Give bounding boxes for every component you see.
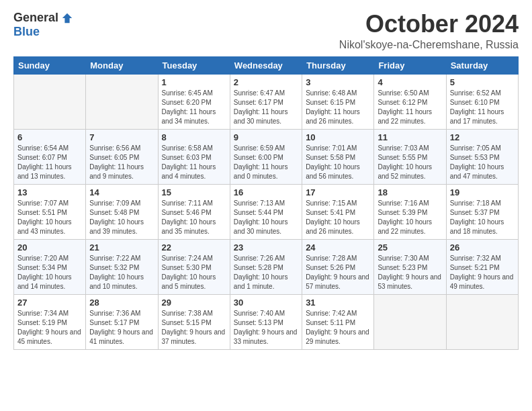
day-number: 7 [89, 132, 154, 142]
day-info: Sunrise: 6:48 AMSunset: 6:15 PMDaylight:… [306, 89, 370, 126]
day-info: Sunrise: 7:30 AMSunset: 5:23 PMDaylight:… [378, 254, 442, 291]
calendar-cell: 12Sunrise: 7:05 AMSunset: 5:53 PMDayligh… [446, 129, 518, 184]
calendar-week-row-4: 20Sunrise: 7:20 AMSunset: 5:34 PMDayligh… [14, 239, 519, 294]
day-info: Sunrise: 7:07 AMSunset: 5:51 PMDaylight:… [17, 199, 82, 236]
calendar-cell: 26Sunrise: 7:32 AMSunset: 5:21 PMDayligh… [446, 239, 518, 294]
calendar-cell: 24Sunrise: 7:28 AMSunset: 5:26 PMDayligh… [302, 239, 374, 294]
calendar-cell: 17Sunrise: 7:15 AMSunset: 5:41 PMDayligh… [302, 184, 374, 239]
day-number: 22 [162, 242, 226, 253]
calendar-cell [14, 74, 86, 129]
calendar-cell: 20Sunrise: 7:20 AMSunset: 5:34 PMDayligh… [14, 239, 86, 294]
calendar-cell: 11Sunrise: 7:03 AMSunset: 5:55 PMDayligh… [374, 129, 446, 184]
calendar-cell: 5Sunrise: 6:52 AMSunset: 6:10 PMDaylight… [446, 74, 518, 129]
month-title: October 2024 [339, 11, 519, 38]
calendar-cell: 25Sunrise: 7:30 AMSunset: 5:23 PMDayligh… [374, 239, 446, 294]
weekday-header-monday: Monday [86, 56, 158, 74]
day-info: Sunrise: 7:13 AMSunset: 5:44 PMDaylight:… [234, 199, 298, 236]
calendar-week-row-2: 6Sunrise: 6:54 AMSunset: 6:07 PMDaylight… [14, 129, 519, 184]
day-info: Sunrise: 7:38 AMSunset: 5:15 PMDaylight:… [162, 309, 226, 347]
calendar-cell: 15Sunrise: 7:11 AMSunset: 5:46 PMDayligh… [158, 184, 230, 239]
day-info: Sunrise: 6:45 AMSunset: 6:20 PMDaylight:… [162, 89, 226, 126]
day-number: 28 [89, 298, 154, 308]
day-info: Sunrise: 7:01 AMSunset: 5:58 PMDaylight:… [306, 144, 370, 181]
calendar-cell: 28Sunrise: 7:36 AMSunset: 5:17 PMDayligh… [86, 294, 158, 349]
calendar-cell: 4Sunrise: 6:50 AMSunset: 6:12 PMDaylight… [374, 74, 446, 129]
day-number: 16 [234, 187, 298, 197]
day-number: 26 [450, 242, 515, 253]
day-number: 31 [306, 298, 370, 308]
calendar-cell: 9Sunrise: 6:59 AMSunset: 6:00 PMDaylight… [230, 129, 302, 184]
weekday-header-wednesday: Wednesday [230, 56, 302, 74]
day-number: 29 [162, 298, 226, 308]
logo-icon [61, 12, 73, 24]
day-number: 21 [89, 242, 154, 253]
day-info: Sunrise: 7:09 AMSunset: 5:48 PMDaylight:… [89, 199, 154, 236]
page: General Blue October 2024 Nikol'skoye-na… [0, 0, 532, 411]
day-number: 17 [306, 187, 370, 197]
day-info: Sunrise: 6:50 AMSunset: 6:12 PMDaylight:… [378, 89, 442, 126]
day-info: Sunrise: 6:47 AMSunset: 6:17 PMDaylight:… [234, 89, 298, 126]
day-number: 12 [450, 132, 515, 142]
day-info: Sunrise: 7:22 AMSunset: 5:32 PMDaylight:… [89, 254, 154, 291]
day-info: Sunrise: 7:28 AMSunset: 5:26 PMDaylight:… [306, 254, 370, 291]
calendar-cell: 13Sunrise: 7:07 AMSunset: 5:51 PMDayligh… [14, 184, 86, 239]
calendar-cell: 27Sunrise: 7:34 AMSunset: 5:19 PMDayligh… [14, 294, 86, 349]
day-info: Sunrise: 7:32 AMSunset: 5:21 PMDaylight:… [450, 254, 515, 291]
day-number: 9 [234, 132, 298, 142]
svg-marker-0 [62, 13, 72, 22]
weekday-header-saturday: Saturday [446, 56, 518, 74]
day-number: 3 [306, 77, 370, 87]
calendar-cell: 14Sunrise: 7:09 AMSunset: 5:48 PMDayligh… [86, 184, 158, 239]
day-info: Sunrise: 7:11 AMSunset: 5:46 PMDaylight:… [162, 199, 226, 236]
calendar-cell: 31Sunrise: 7:42 AMSunset: 5:11 PMDayligh… [302, 294, 374, 349]
day-number: 13 [17, 187, 82, 197]
calendar-cell [446, 294, 518, 349]
day-info: Sunrise: 7:18 AMSunset: 5:37 PMDaylight:… [450, 199, 515, 236]
calendar-cell: 7Sunrise: 6:56 AMSunset: 6:05 PMDaylight… [86, 129, 158, 184]
day-number: 8 [162, 132, 226, 142]
day-number: 4 [378, 77, 442, 87]
day-info: Sunrise: 6:52 AMSunset: 6:10 PMDaylight:… [450, 89, 515, 126]
day-info: Sunrise: 7:05 AMSunset: 5:53 PMDaylight:… [450, 144, 515, 181]
calendar-cell: 22Sunrise: 7:24 AMSunset: 5:30 PMDayligh… [158, 239, 230, 294]
day-info: Sunrise: 7:20 AMSunset: 5:34 PMDaylight:… [17, 254, 82, 291]
calendar-table: SundayMondayTuesdayWednesdayThursdayFrid… [13, 56, 519, 350]
calendar-cell: 6Sunrise: 6:54 AMSunset: 6:07 PMDaylight… [14, 129, 86, 184]
weekday-header-row: SundayMondayTuesdayWednesdayThursdayFrid… [14, 56, 519, 74]
day-info: Sunrise: 7:16 AMSunset: 5:39 PMDaylight:… [378, 199, 442, 236]
day-number: 24 [306, 242, 370, 253]
header: General Blue October 2024 Nikol'skoye-na… [13, 11, 519, 51]
weekday-header-tuesday: Tuesday [158, 56, 230, 74]
day-info: Sunrise: 6:58 AMSunset: 6:03 PMDaylight:… [162, 144, 226, 181]
day-number: 25 [378, 242, 442, 253]
location-title: Nikol'skoye-na-Cheremshane, Russia [339, 39, 519, 51]
calendar-cell: 10Sunrise: 7:01 AMSunset: 5:58 PMDayligh… [302, 129, 374, 184]
calendar-week-row-5: 27Sunrise: 7:34 AMSunset: 5:19 PMDayligh… [14, 294, 519, 349]
day-info: Sunrise: 7:24 AMSunset: 5:30 PMDaylight:… [162, 254, 226, 291]
title-block: October 2024 Nikol'skoye-na-Cheremshane,… [339, 11, 519, 51]
day-info: Sunrise: 6:56 AMSunset: 6:05 PMDaylight:… [89, 144, 154, 181]
day-info: Sunrise: 7:03 AMSunset: 5:55 PMDaylight:… [378, 144, 442, 181]
calendar-cell: 3Sunrise: 6:48 AMSunset: 6:15 PMDaylight… [302, 74, 374, 129]
calendar-cell: 1Sunrise: 6:45 AMSunset: 6:20 PMDaylight… [158, 74, 230, 129]
day-info: Sunrise: 7:40 AMSunset: 5:13 PMDaylight:… [234, 309, 298, 347]
day-info: Sunrise: 7:15 AMSunset: 5:41 PMDaylight:… [306, 199, 370, 236]
calendar-cell: 2Sunrise: 6:47 AMSunset: 6:17 PMDaylight… [230, 74, 302, 129]
day-info: Sunrise: 7:36 AMSunset: 5:17 PMDaylight:… [89, 309, 154, 347]
day-info: Sunrise: 6:54 AMSunset: 6:07 PMDaylight:… [17, 144, 82, 181]
logo-blue-text: Blue [13, 25, 40, 39]
calendar-cell: 18Sunrise: 7:16 AMSunset: 5:39 PMDayligh… [374, 184, 446, 239]
day-number: 6 [17, 132, 82, 142]
day-info: Sunrise: 6:59 AMSunset: 6:00 PMDaylight:… [234, 144, 298, 181]
weekday-header-friday: Friday [374, 56, 446, 74]
day-number: 23 [234, 242, 298, 253]
weekday-header-sunday: Sunday [14, 56, 86, 74]
calendar-cell: 29Sunrise: 7:38 AMSunset: 5:15 PMDayligh… [158, 294, 230, 349]
day-number: 30 [234, 298, 298, 308]
weekday-header-thursday: Thursday [302, 56, 374, 74]
calendar-cell [374, 294, 446, 349]
logo: General Blue [13, 11, 73, 39]
day-number: 1 [162, 77, 226, 87]
calendar-week-row-3: 13Sunrise: 7:07 AMSunset: 5:51 PMDayligh… [14, 184, 519, 239]
day-number: 20 [17, 242, 82, 253]
